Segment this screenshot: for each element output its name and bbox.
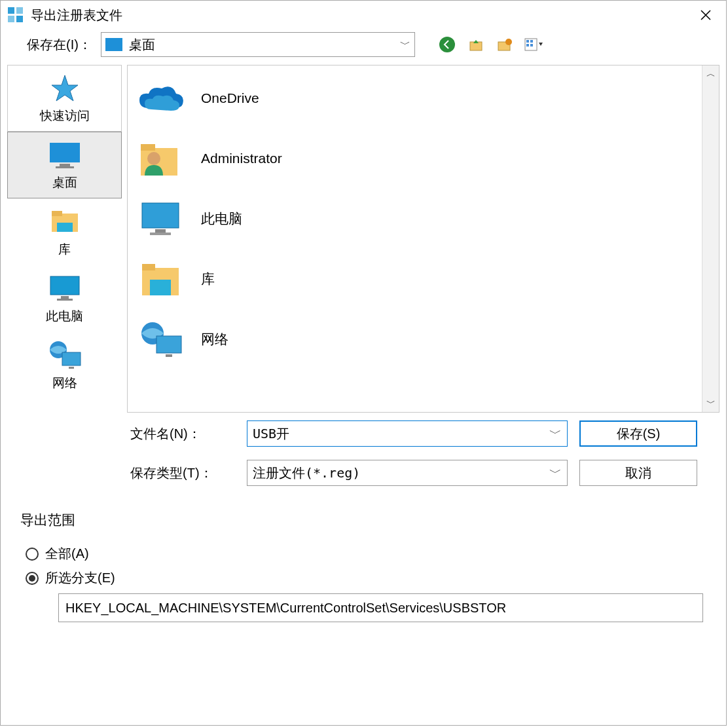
svg-point-7: [505, 39, 512, 45]
svg-rect-15: [56, 166, 74, 168]
svg-rect-13: [50, 143, 80, 162]
close-button[interactable]: [688, 2, 723, 28]
svg-rect-29: [155, 229, 166, 233]
place-desktop[interactable]: 桌面: [7, 132, 122, 198]
list-item[interactable]: 此电脑: [130, 193, 699, 245]
svg-rect-32: [142, 264, 155, 270]
svg-rect-19: [50, 276, 79, 295]
up-folder-icon[interactable]: [466, 35, 486, 54]
chevron-down-icon[interactable]: ﹀: [549, 464, 562, 481]
place-label: 库: [58, 241, 71, 258]
view-menu-icon[interactable]: [524, 35, 543, 54]
monitor-icon: [46, 139, 83, 170]
svg-rect-9: [526, 40, 529, 43]
libraries-folder-icon: [136, 257, 187, 301]
svg-rect-24: [69, 367, 74, 369]
filename-combo[interactable]: USB开 ﹀: [247, 420, 568, 447]
svg-rect-14: [60, 164, 70, 166]
svg-rect-3: [16, 16, 23, 22]
branch-path-input[interactable]: HKEY_LOCAL_MACHINE\SYSTEM\CurrentControl…: [58, 593, 703, 622]
place-libraries[interactable]: 库: [7, 198, 122, 265]
scroll-up-icon[interactable]: ︿: [706, 68, 716, 80]
svg-point-27: [147, 152, 160, 165]
list-item[interactable]: 网络: [130, 313, 699, 365]
list-item-label: 网络: [201, 330, 228, 348]
place-network[interactable]: 网络: [7, 332, 122, 399]
svg-rect-10: [530, 40, 533, 43]
file-browser: 快速访问 桌面 库 此电脑: [1, 64, 726, 414]
branch-path-value: HKEY_LOCAL_MACHINE\SYSTEM\CurrentControl…: [65, 601, 506, 616]
save-in-value: 桌面: [129, 36, 400, 54]
svg-rect-30: [150, 233, 171, 235]
new-folder-icon[interactable]: [495, 35, 515, 54]
file-list-pane: OneDrive Administrator 此电脑: [127, 65, 719, 413]
title-bar: 导出注册表文件: [1, 1, 726, 29]
group-legend: 导出范围: [20, 511, 710, 529]
list-item-label: Administrator: [201, 151, 282, 166]
radio-icon: [26, 548, 39, 561]
radio-selected-branch[interactable]: 所选分支(E): [26, 569, 705, 587]
list-item-label: 此电脑: [201, 210, 242, 228]
svg-rect-11: [526, 44, 529, 47]
file-list[interactable]: OneDrive Administrator 此电脑: [128, 65, 702, 412]
fields-area: 文件名(N)： USB开 ﹀ 保存(S) 保存类型(T)： 注册文件(*.reg…: [1, 414, 726, 493]
filename-value: USB开: [253, 426, 289, 441]
dialog-window: 导出注册表文件 保存在(I)： 桌面 ﹀: [0, 0, 727, 726]
place-this-pc[interactable]: 此电脑: [7, 265, 122, 332]
radio-label: 所选分支(E): [45, 569, 115, 587]
svg-rect-17: [52, 211, 62, 216]
svg-rect-0: [8, 7, 14, 14]
toolbar-icons: [437, 35, 543, 54]
save-button[interactable]: 保存(S): [579, 420, 697, 447]
svg-rect-12: [530, 44, 533, 47]
save-in-row: 保存在(I)： 桌面 ﹀: [1, 29, 726, 64]
cancel-button[interactable]: 取消: [579, 460, 697, 486]
back-icon[interactable]: [437, 35, 457, 54]
this-pc-icon: [136, 196, 187, 241]
scroll-down-icon[interactable]: ﹀: [706, 398, 716, 409]
desktop-icon: [105, 38, 122, 51]
svg-rect-2: [8, 16, 14, 22]
svg-rect-18: [57, 223, 73, 232]
radio-all[interactable]: 全部(A): [26, 545, 705, 563]
place-label: 快速访问: [40, 107, 90, 124]
window-title: 导出注册表文件: [31, 7, 122, 24]
chevron-down-icon[interactable]: ﹀: [549, 425, 562, 442]
place-label: 网络: [52, 375, 77, 392]
star-icon: [50, 72, 80, 103]
radio-icon: [26, 572, 39, 585]
network-item-icon: [136, 317, 187, 362]
filetype-row: 保存类型(T)： 注册文件(*.reg) ﹀ 取消: [130, 460, 709, 486]
chevron-down-icon: ﹀: [400, 38, 410, 52]
radio-label: 全部(A): [45, 545, 89, 563]
place-quick-access[interactable]: 快速访问: [7, 65, 122, 132]
filetype-value: 注册文件(*.reg): [253, 464, 549, 482]
svg-rect-21: [57, 299, 73, 301]
svg-rect-1: [16, 7, 23, 14]
filetype-combo[interactable]: 注册文件(*.reg) ﹀: [247, 460, 568, 486]
svg-rect-20: [61, 296, 69, 299]
filename-row: 文件名(N)： USB开 ﹀ 保存(S): [130, 420, 709, 447]
list-item[interactable]: 库: [130, 253, 699, 305]
scrollbar[interactable]: ︿ ﹀: [702, 65, 719, 412]
svg-rect-36: [166, 354, 172, 357]
save-in-combo[interactable]: 桌面 ﹀: [101, 32, 415, 57]
svg-rect-26: [141, 144, 155, 151]
filename-label: 文件名(N)：: [130, 425, 235, 443]
list-item-label: OneDrive: [201, 90, 259, 106]
filetype-label: 保存类型(T)：: [130, 464, 235, 482]
save-in-label: 保存在(I)：: [27, 36, 92, 54]
registry-app-icon: [7, 7, 24, 24]
export-range-group: 导出范围 全部(A) 所选分支(E) HKEY_LOCAL_MACHINE\SY…: [20, 511, 710, 622]
svg-rect-35: [156, 336, 181, 353]
libraries-icon: [48, 206, 82, 237]
place-label: 桌面: [52, 174, 77, 191]
svg-rect-28: [142, 203, 179, 228]
svg-rect-33: [150, 280, 171, 295]
list-item-label: 库: [201, 270, 215, 288]
onedrive-icon: [136, 76, 187, 121]
list-item[interactable]: Administrator: [130, 132, 699, 185]
place-label: 此电脑: [46, 308, 83, 325]
list-item[interactable]: OneDrive: [130, 72, 699, 124]
user-folder-icon: [136, 136, 187, 181]
